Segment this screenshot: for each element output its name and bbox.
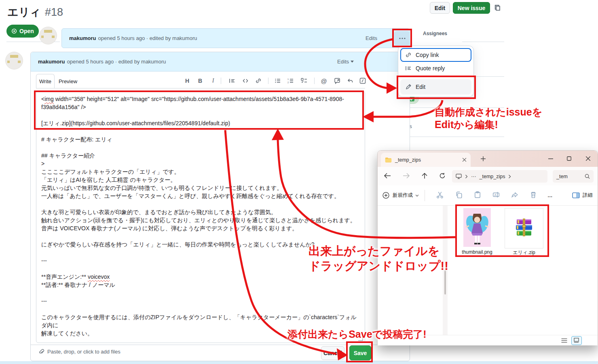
new-issue-button[interactable]: New issue (453, 2, 490, 14)
annotation-box-kebab (392, 29, 412, 47)
chevron-right-icon (508, 175, 511, 179)
comment-meta: opened 5 hours ago · edited by makumoru (98, 35, 197, 41)
cancel-button[interactable]: Cancel (321, 346, 344, 360)
explorer-tab[interactable]: _temp_zips (381, 153, 471, 167)
explorer-navbar: ⋯ _temp_zips _tem (378, 167, 598, 185)
refresh-icon[interactable] (439, 173, 446, 179)
list-view-icon[interactable] (561, 338, 568, 343)
svg-text:2: 2 (287, 81, 289, 84)
large-icons-view-toggle[interactable] (571, 336, 582, 345)
italic-icon[interactable]: I (209, 77, 217, 85)
copy-icon (494, 4, 502, 12)
annotation-box-edit-item (397, 76, 476, 99)
screenshot-root: エリィ #18 Edit New issue Open Assignees As… (0, 0, 598, 364)
annotation-drag-note: 出来上がったファイルを ドラッグアンドドロップ!! (309, 244, 448, 274)
annotation-box-attachment-markdown (34, 90, 364, 130)
forward-icon[interactable] (403, 173, 410, 179)
open-issue-icon (11, 28, 17, 34)
back-icon[interactable] (384, 173, 391, 179)
edits-dropdown[interactable]: Edits (337, 59, 354, 65)
menu-item-quote-reply[interactable]: Quote reply (400, 62, 471, 75)
cross-reference-icon[interactable] (333, 77, 341, 85)
share-icon[interactable] (511, 191, 518, 200)
paperclip-icon (38, 349, 44, 355)
comment-meta: opened 5 hours ago · edited by makumoru (67, 59, 166, 65)
sidebar-assignees-header: Assignees (423, 31, 447, 36)
comment-author[interactable]: makumoru (69, 35, 96, 41)
slash-command-icon[interactable] (359, 77, 367, 85)
bold-icon[interactable]: B (196, 77, 204, 85)
edit-button[interactable]: Edit (430, 2, 450, 14)
new-issue-button-label: New issue (458, 5, 485, 11)
toolbar-separator (268, 78, 268, 84)
avatar[interactable] (5, 52, 23, 69)
sidebar-top-divider (462, 42, 504, 42)
open-label: Open (19, 28, 34, 34)
delete-icon[interactable] (530, 191, 537, 200)
new-tab-icon[interactable] (481, 156, 486, 161)
tab-write[interactable]: Write (36, 74, 55, 88)
comment-author[interactable]: makumoru (38, 59, 65, 65)
search-icon (585, 174, 590, 179)
page-title: エリィ (7, 5, 41, 19)
link-icon[interactable] (254, 77, 262, 85)
annotation-edit-note: 自動作成されたissueを Editから編集! (435, 106, 542, 131)
status-badge-open: Open (6, 25, 39, 38)
ordered-list-icon[interactable]: 12 (287, 77, 295, 85)
attach-hint-label: Paste, drop, or click to add files (47, 349, 120, 355)
close-icon[interactable] (586, 156, 590, 161)
explorer-tab-title: _temp_zips (395, 157, 421, 163)
scrollbar-thumb[interactable] (444, 270, 446, 295)
this-pc-icon (456, 174, 462, 179)
rename-icon[interactable]: A (492, 191, 500, 200)
comment-header: makumoru opened 5 hours ago · edited by … (31, 52, 410, 72)
toolbar-separator (425, 190, 425, 201)
cut-icon[interactable] (436, 191, 444, 200)
code-icon[interactable] (241, 77, 249, 85)
breadcrumb-folder[interactable]: _temp_zips (480, 174, 505, 179)
svg-text:1: 1 (287, 78, 289, 80)
reply-icon[interactable] (346, 77, 354, 85)
tab-preview[interactable]: Preview (55, 74, 81, 88)
chevron-right-icon (465, 175, 468, 179)
tabs-divider (36, 88, 365, 88)
cancel-label: Cancel (323, 350, 342, 356)
link-icon (405, 52, 412, 58)
details-pane-icon (572, 192, 580, 198)
search-box[interactable]: _tem (553, 170, 594, 183)
more-options-icon[interactable]: … (547, 193, 554, 198)
up-icon[interactable] (421, 173, 428, 179)
maximize-icon[interactable] (567, 156, 571, 161)
copy-title-button[interactable] (494, 4, 502, 13)
toolbar-separator (314, 78, 315, 84)
unordered-list-icon[interactable] (274, 77, 282, 85)
new-item-icon (382, 192, 389, 199)
folder-icon (385, 157, 392, 163)
copy-link-label: Copy link (416, 52, 439, 58)
quote-icon (405, 65, 412, 72)
tasklist-icon[interactable] (300, 77, 308, 85)
paste-icon[interactable] (474, 191, 481, 200)
details-pane-toggle[interactable]: 詳細 (572, 192, 593, 199)
quote-icon[interactable] (228, 77, 236, 85)
mention-icon[interactable]: @ (320, 77, 328, 85)
search-input-value: _tem (556, 174, 568, 179)
breadcrumb-ellipsis[interactable]: ⋯ (471, 173, 476, 179)
tab-close-icon[interactable] (462, 158, 467, 162)
toolbar-separator (221, 78, 221, 84)
new-item-button[interactable]: 新規作成 (393, 192, 413, 199)
address-bar[interactable]: ⋯ _temp_zips (452, 170, 547, 183)
explorer-titlebar[interactable]: _temp_zips (378, 151, 598, 167)
minimize-icon[interactable] (548, 158, 553, 159)
edits-link[interactable]: Edits (366, 35, 377, 41)
heading-icon[interactable]: H (183, 77, 191, 85)
chevron-down-icon (415, 194, 419, 197)
issue-title-row: エリィ #18 (7, 5, 63, 19)
copy-icon[interactable] (455, 191, 463, 200)
attach-files-area[interactable]: Paste, drop, or click to add files (38, 349, 120, 355)
menu-item-copy-link[interactable]: Copy link (400, 48, 471, 62)
next-comment-strip (0, 361, 598, 364)
chevron-down-icon (351, 61, 354, 63)
explorer-commandbar: 新規作成 A … 詳細 (378, 185, 598, 206)
avatar[interactable] (39, 27, 57, 44)
